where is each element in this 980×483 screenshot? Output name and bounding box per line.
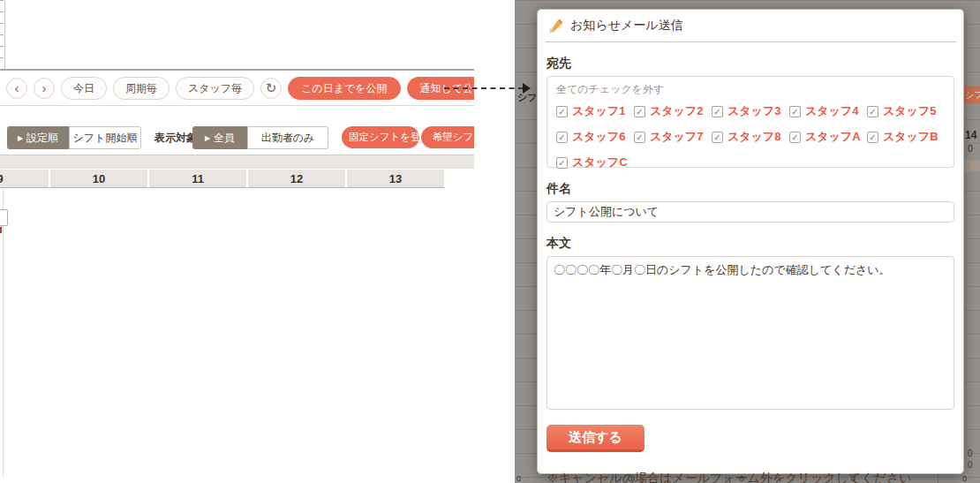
divider-toolbar [0,105,474,106]
checkbox-checked-icon[interactable]: ✓ [712,106,723,117]
checkbox-checked-icon[interactable]: ✓ [556,132,568,143]
staff-checkbox-item[interactable]: ✓ スタッフ3 [712,103,789,119]
checkbox-checked-icon[interactable]: ✓ [556,106,568,117]
time-header-row: 910111213 [0,170,444,188]
schedule-panel: ‹ › 今日 周期毎 スタッフ毎 ↻ この日までを公開 通知して公開 ▶ 設定順… [0,0,474,483]
staff-checkbox-item[interactable]: ✓ スタッフ5 [867,103,945,119]
staff-checkbox-label: スタッフA [805,129,861,145]
display-attendees-button[interactable]: 出勤者のみ [247,126,328,149]
app-screenshot: ‹ › 今日 周期毎 スタッフ毎 ↻ この日までを公開 通知して公開 ▶ 設定順… [0,0,980,483]
checkbox-checked-icon[interactable]: ✓ [867,132,878,143]
prev-button[interactable]: ‹ [6,78,27,99]
body-label: 本文 [547,236,954,252]
sort-setting-order-label: 設定順 [26,131,58,146]
uncheck-all-link[interactable]: 全てのチェックを外す [556,82,945,97]
recipients-box: 全てのチェックを外す ✓ スタッフ1 ✓ スタッフ2 ✓ スタッ [547,76,954,168]
backdrop-cell-value: 0 [516,474,521,483]
next-button[interactable]: › [34,78,55,99]
display-attendees-label: 出勤者のみ [261,131,315,146]
staff-checkbox-label: スタッフ1 [572,103,625,119]
notification-mail-modal: お知らせメール送信 宛先 全てのチェックを外す ✓ スタッフ1 ✓ スタッフ2 [537,9,964,474]
staff-checkbox-label: スタッフB [883,129,939,145]
checkbox-checked-icon[interactable]: ✓ [634,106,645,117]
subject-input[interactable] [547,201,954,223]
dimmed-row-band [964,160,980,171]
checkbox-checked-icon[interactable]: ✓ [867,106,878,117]
time-header-cell: 12 [248,170,345,188]
sort-setting-order-button[interactable]: ▶ 設定順 [7,126,69,149]
staff-checkbox-label: スタッフ2 [650,103,703,119]
staff-checkbox-label: スタッフ7 [650,129,703,145]
table-header-band [0,155,474,169]
schedule-toolbar: ‹ › 今日 周期毎 スタッフ毎 ↻ この日までを公開 通知して公開 [6,76,474,101]
dimmed-orange-button: シフ [964,86,980,104]
staff-checkbox-item[interactable]: ✓ スタッフ2 [634,103,712,119]
staff-checkbox-label: スタッフ6 [572,129,625,145]
callout-arrow-line [444,87,524,89]
send-button[interactable]: 送信する [547,425,645,452]
per-staff-button[interactable]: スタッフ毎 [176,77,254,100]
staff-checkbox-item[interactable]: ✓ スタッフB [867,129,945,145]
today-button[interactable]: 今日 [61,77,107,100]
time-header-cell: 13 [347,170,444,188]
sort-order-segment: ▶ 設定順 シフト開始順 [7,126,141,149]
staff-checkbox-grid: ✓ スタッフ1 ✓ スタッフ2 ✓ スタッフ3 ✓ [556,103,945,170]
modal-title: お知らせメール送信 [570,18,683,34]
table-edge-line [3,188,4,477]
red-marker [0,227,2,233]
checkbox-checked-icon[interactable]: ✓ [712,132,723,143]
time-header-cell: 10 [50,170,147,188]
staff-checkbox-item[interactable]: ✓ スタッフ8 [712,129,789,145]
time-header-cell: 9 [0,170,49,188]
checkbox-checked-icon[interactable]: ✓ [789,132,801,143]
body-textarea[interactable]: 〇〇〇〇年〇月〇日のシフトを公開したので確認してください。 [547,256,954,410]
recipients-label: 宛先 [547,56,954,72]
chevron-left-icon: ‹ [15,80,19,95]
staff-checkbox-label: スタッフ4 [805,103,858,119]
triangle-marker-icon: ▶ [205,134,210,142]
staff-checkbox-item[interactable]: ✓ スタッフ1 [556,103,634,119]
time-ruler-ticks [0,0,4,70]
staff-checkbox-label: スタッフ3 [727,103,780,119]
display-everyone-button[interactable]: ▶ 全員 [192,126,247,149]
staff-checkbox-item[interactable]: ✓ スタッフ4 [789,103,867,119]
backdrop-cell-value: 0 [962,474,967,483]
subject-label: 件名 [547,181,954,197]
refresh-icon: ↻ [266,80,277,95]
callout-arrow-head [523,83,531,94]
dimmed-count-cell: 0 [968,460,973,470]
sort-shift-start-button[interactable]: シフト開始順 [69,126,141,149]
staff-checkbox-item[interactable]: ✓ スタッフC [556,155,634,170]
dimmed-count-cell: 0 [968,449,973,458]
checkbox-checked-icon[interactable]: ✓ [789,106,801,117]
checkbox-checked-icon[interactable]: ✓ [556,157,568,169]
staff-checkbox-item[interactable]: ✓ スタッフ7 [634,129,712,145]
time-ruler-line [4,0,5,70]
cancel-note: ※キャンセルの場合はメールフォーム外をクリックしてください [547,471,954,483]
sort-shift-start-label: シフト開始順 [73,131,138,146]
schedule-controls-row: ▶ 設定順 シフト開始順 表示対象 : ▶ 全員 出勤者のみ 固定シフトを登録 … [0,126,474,149]
wish-shift-button[interactable]: 希望シフ [421,126,474,148]
time-header-cell: 11 [149,170,246,188]
dimmed-count-cell: 0 [968,143,973,154]
staff-checkbox-label: スタッフC [572,155,628,170]
publish-until-button[interactable]: この日までを公開 [288,77,400,100]
chevron-right-icon: › [42,80,47,95]
checkbox-checked-icon[interactable]: ✓ [634,132,645,143]
triangle-marker-icon: ▶ [18,134,23,142]
register-fixed-shift-button[interactable]: 固定シフトを登録 [342,126,419,148]
staff-checkbox-label: スタッフ8 [727,129,780,145]
staff-checkbox-item[interactable]: ✓ スタッフ6 [556,129,634,145]
per-cycle-button[interactable]: 周期毎 [113,77,170,100]
refresh-button[interactable]: ↻ [260,78,282,99]
staff-checkbox-label: スタッフ5 [883,103,936,119]
modal-header: お知らせメール送信 [545,10,956,42]
dimmed-time-header-cell: 14 [965,129,976,141]
clipped-cell-box [0,209,8,226]
pencil-icon [548,19,563,34]
staff-checkbox-item[interactable]: ✓ スタッフA [789,129,867,145]
divider-top [0,69,474,71]
display-everyone-label: 全員 [214,131,235,146]
display-target-segment: ▶ 全員 出勤者のみ [192,126,328,149]
